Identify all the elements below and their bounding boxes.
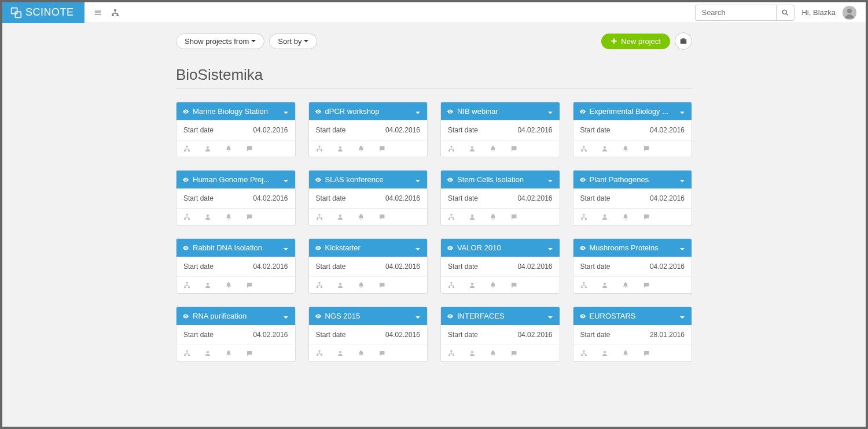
project-card-header[interactable]: Rabbit DNA Isolation [176,239,295,257]
project-comments-icon[interactable] [510,213,517,220]
project-notifications-icon[interactable] [622,350,629,357]
project-users-icon[interactable] [601,350,608,357]
project-users-icon[interactable] [469,213,476,220]
project-menu-toggle[interactable] [547,243,554,252]
project-tree-icon[interactable] [580,145,587,152]
project-card-header[interactable]: INTERFACES [441,307,560,325]
project-notifications-icon[interactable] [225,145,232,152]
project-menu-toggle[interactable] [547,312,554,320]
project-menu-toggle[interactable] [414,107,421,116]
project-users-icon[interactable] [204,350,211,357]
project-notifications-icon[interactable] [622,145,629,152]
project-card-header[interactable]: EUROSTARS [573,307,692,325]
project-comments-icon[interactable] [246,213,253,220]
project-card-header[interactable]: Plant Pathogenes [573,171,692,188]
project-tree-icon[interactable] [183,350,190,357]
project-menu-toggle[interactable] [414,243,421,252]
project-card-header[interactable]: SLAS konference [309,171,428,188]
project-menu-toggle[interactable] [547,175,554,184]
project-menu-toggle[interactable] [679,312,686,320]
project-comments-icon[interactable] [246,282,253,289]
project-users-icon[interactable] [469,350,476,357]
project-tree-icon[interactable] [183,213,190,220]
project-notifications-icon[interactable] [225,282,232,289]
search-input[interactable] [695,5,776,21]
project-tree-icon[interactable] [316,145,323,152]
project-tree-icon[interactable] [580,213,587,220]
project-users-icon[interactable] [204,145,211,152]
org-tree-icon[interactable] [111,9,119,17]
project-comments-icon[interactable] [643,282,650,289]
search-button[interactable] [776,5,795,21]
project-notifications-icon[interactable] [490,213,496,220]
project-comments-icon[interactable] [378,213,385,220]
project-notifications-icon[interactable] [490,282,496,289]
project-card-header[interactable]: RNA purification [176,307,295,325]
project-notifications-icon[interactable] [358,213,365,220]
project-comments-icon[interactable] [246,145,253,152]
project-card-header[interactable]: Experimental Biology ... [573,102,692,120]
project-comments-icon[interactable] [643,350,650,357]
menu-icon[interactable] [94,9,102,17]
project-tree-icon[interactable] [316,282,323,289]
project-users-icon[interactable] [469,145,476,152]
project-users-icon[interactable] [337,282,344,289]
project-comments-icon[interactable] [378,282,385,289]
project-users-icon[interactable] [601,213,608,220]
project-tree-icon[interactable] [580,350,587,357]
show-projects-from-dropdown[interactable]: Show projects from [176,34,264,49]
project-comments-icon[interactable] [510,282,517,289]
project-menu-toggle[interactable] [282,175,289,184]
project-users-icon[interactable] [601,145,608,152]
project-card-header[interactable]: dPCR workshop [309,102,428,120]
project-comments-icon[interactable] [510,350,517,357]
brand-logo[interactable]: SCINOTE [2,2,84,23]
project-card-header[interactable]: Human Genome Proj... [176,171,295,188]
project-tree-icon[interactable] [183,145,190,152]
avatar[interactable] [843,6,856,20]
project-notifications-icon[interactable] [358,282,365,289]
project-notifications-icon[interactable] [225,350,232,357]
project-menu-toggle[interactable] [282,243,289,252]
project-comments-icon[interactable] [378,350,385,357]
project-comments-icon[interactable] [246,350,253,357]
project-tree-icon[interactable] [448,145,455,152]
project-card-header[interactable]: Kickstarter [309,239,428,257]
project-tree-icon[interactable] [316,350,323,357]
project-notifications-icon[interactable] [490,145,496,152]
project-menu-toggle[interactable] [414,312,421,320]
project-card-header[interactable]: NGS 2015 [309,307,428,325]
project-tree-icon[interactable] [448,213,455,220]
project-comments-icon[interactable] [378,145,385,152]
user-greeting[interactable]: Hi, Blazka [801,8,836,17]
project-card-header[interactable]: VALOR 2010 [441,239,560,257]
project-users-icon[interactable] [204,213,211,220]
new-project-button[interactable]: New project [601,34,670,49]
project-notifications-icon[interactable] [358,145,365,152]
project-users-icon[interactable] [337,350,344,357]
project-menu-toggle[interactable] [679,243,686,252]
project-tree-icon[interactable] [580,282,587,289]
project-menu-toggle[interactable] [679,175,686,184]
project-menu-toggle[interactable] [282,107,289,116]
sort-by-dropdown[interactable]: Sort by [269,34,317,49]
project-users-icon[interactable] [469,282,476,289]
project-card-header[interactable]: NIB webinar [441,102,560,120]
project-notifications-icon[interactable] [622,213,629,220]
project-users-icon[interactable] [601,282,608,289]
archive-button[interactable] [675,32,692,50]
project-notifications-icon[interactable] [622,282,629,289]
project-menu-toggle[interactable] [679,107,686,116]
project-comments-icon[interactable] [510,145,517,152]
project-tree-icon[interactable] [448,350,455,357]
project-menu-toggle[interactable] [414,175,421,184]
project-users-icon[interactable] [204,282,211,289]
project-menu-toggle[interactable] [547,107,554,116]
project-comments-icon[interactable] [643,145,650,152]
project-tree-icon[interactable] [316,213,323,220]
project-menu-toggle[interactable] [282,312,289,320]
project-tree-icon[interactable] [448,282,455,289]
project-notifications-icon[interactable] [225,213,232,220]
project-notifications-icon[interactable] [490,350,496,357]
project-card-header[interactable]: Marine Biology Station [176,102,295,120]
